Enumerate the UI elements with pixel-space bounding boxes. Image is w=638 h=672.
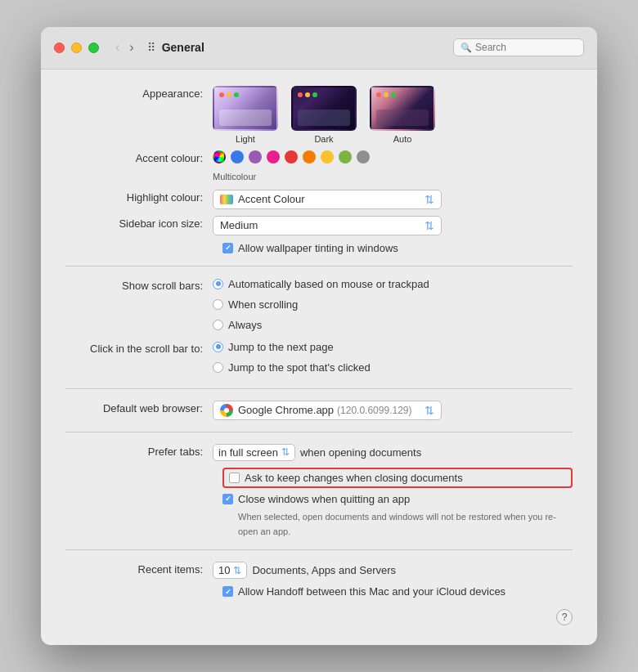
- accent-colour-label: Accent colour:: [65, 150, 213, 164]
- appearance-dark-thumb[interactable]: [291, 86, 357, 131]
- default-browser-select[interactable]: Google Chrome.app (120.0.6099.129) ⇅: [213, 401, 442, 420]
- accent-color-list: [213, 150, 370, 164]
- default-browser-label: Default web browser:: [65, 401, 213, 414]
- show-scroll-bars-options: Automatically based on mouse or trackpad…: [213, 278, 573, 334]
- default-browser-content: Google Chrome.app (120.0.6099.129) ⇅: [213, 401, 573, 420]
- scroll-always-label: Always: [228, 319, 262, 331]
- appearance-label: Appearance:: [65, 86, 213, 100]
- recent-items-label: Recent items:: [65, 562, 213, 576]
- wallpaper-tinting-row: Allow wallpaper tinting in windows: [222, 242, 573, 254]
- sidebar-icon-size-label: Sidebar icon size:: [65, 216, 213, 230]
- highlight-colour-select[interactable]: Accent Colour ⇅: [213, 190, 442, 209]
- ask-keep-changes-section: Ask to keep changes when closing documen…: [222, 468, 573, 488]
- scroll-auto-radio[interactable]: [213, 279, 223, 289]
- grid-icon: ⠿: [147, 41, 155, 54]
- ask-keep-changes-label: Ask to keep changes when closing documen…: [245, 472, 463, 484]
- prefer-tabs-suffix: when opening documents: [300, 446, 421, 459]
- highlight-colour-row: Highlight colour: Accent Colour ⇅: [65, 190, 573, 209]
- scroll-scrolling-radio[interactable]: [213, 299, 223, 310]
- prefer-tabs-row: Prefer tabs: in full screen ⇅ when openi…: [65, 444, 573, 461]
- show-scroll-bars-label: Show scroll bars:: [65, 278, 213, 292]
- close-button[interactable]: [54, 43, 65, 53]
- click-spot-radio[interactable]: [213, 362, 223, 373]
- accent-yellow[interactable]: [321, 150, 334, 164]
- appearance-dark-label: Dark: [314, 134, 333, 144]
- accent-graphite[interactable]: [357, 150, 370, 164]
- appearance-light[interactable]: Light: [213, 86, 278, 144]
- recent-items-row: Recent items: 10 ⇅ Documents, Apps and S…: [65, 562, 573, 579]
- prefer-tabs-label: Prefer tabs:: [65, 444, 213, 458]
- click-scroll-bar-row: Click in the scroll bar to: Jump to the …: [65, 341, 573, 377]
- appearance-light-label: Light: [236, 134, 255, 144]
- handoff-checkbox[interactable]: [222, 586, 233, 597]
- appearance-dark[interactable]: Dark: [291, 86, 357, 144]
- handoff-section: Allow Handoff between this Mac and your …: [222, 585, 573, 598]
- click-spot-row: Jump to the spot that's clicked: [213, 361, 371, 374]
- scroll-auto-row: Automatically based on mouse or trackpad: [213, 278, 429, 290]
- minimize-button[interactable]: [71, 43, 82, 53]
- accent-green[interactable]: [339, 150, 352, 164]
- prefer-tabs-arrow: ⇅: [281, 446, 290, 458]
- recent-items-select[interactable]: 10 ⇅: [213, 562, 247, 579]
- divider-3: [65, 432, 573, 432]
- recent-items-suffix: Documents, Apps and Servers: [252, 564, 396, 576]
- content-area: Appearance: Light: [41, 69, 597, 646]
- colour-swatch-icon: [220, 195, 233, 204]
- traffic-lights: [54, 43, 99, 53]
- highlight-colour-arrow: ⇅: [425, 193, 434, 206]
- default-browser-value: Google Chrome.app: [238, 404, 334, 416]
- sidebar-icon-size-arrow: ⇅: [425, 219, 434, 232]
- appearance-auto[interactable]: Auto: [370, 86, 435, 144]
- back-button[interactable]: ‹: [112, 38, 123, 56]
- appearance-options: Light Dark: [213, 86, 573, 144]
- click-next-page-radio[interactable]: [213, 342, 223, 352]
- help-button[interactable]: ?: [556, 609, 573, 625]
- accent-blue[interactable]: [231, 150, 244, 164]
- close-windows-label: Close windows when quitting an app: [238, 493, 410, 505]
- divider-2: [65, 388, 573, 389]
- ask-keep-changes-checkbox[interactable]: [229, 473, 240, 483]
- appearance-auto-label: Auto: [393, 134, 412, 144]
- close-windows-section: Close windows when quitting an app When …: [222, 493, 573, 539]
- wallpaper-tinting-checkbox[interactable]: [222, 243, 233, 253]
- sidebar-icon-size-row: Sidebar icon size: Medium ⇅: [65, 216, 573, 235]
- accent-purple[interactable]: [249, 150, 262, 164]
- click-scroll-bar-options: Jump to the next page Jump to the spot t…: [213, 341, 573, 377]
- nav-arrows: ‹ ›: [112, 38, 137, 56]
- appearance-auto-thumb[interactable]: [370, 86, 435, 131]
- bottom-row: ?: [65, 601, 573, 629]
- maximize-button[interactable]: [88, 43, 99, 53]
- scroll-scrolling-label: When scrolling: [228, 298, 298, 311]
- scroll-always-row: Always: [213, 319, 262, 331]
- wallpaper-tinting-label: Allow wallpaper tinting in windows: [238, 242, 398, 254]
- search-input[interactable]: [475, 42, 577, 53]
- close-windows-row: Close windows when quitting an app: [222, 493, 573, 505]
- search-box[interactable]: 🔍: [453, 38, 584, 56]
- handoff-row: Allow Handoff between this Mac and your …: [222, 585, 573, 598]
- close-windows-checkbox[interactable]: [222, 494, 233, 504]
- scroll-always-radio[interactable]: [213, 320, 223, 330]
- recent-items-value: 10: [218, 564, 230, 576]
- sidebar-icon-size-value: Medium: [220, 219, 258, 231]
- accent-selected-label: Multicolour: [213, 172, 256, 181]
- scroll-auto-label: Automatically based on mouse or trackpad: [228, 278, 429, 290]
- click-next-page-row: Jump to the next page: [213, 341, 334, 353]
- sidebar-icon-size-select[interactable]: Medium ⇅: [213, 216, 442, 235]
- divider-4: [65, 549, 573, 550]
- ask-keep-changes-highlighted: Ask to keep changes when closing documen…: [222, 468, 573, 488]
- search-icon: 🔍: [461, 43, 472, 53]
- show-scroll-bars-row: Show scroll bars: Automatically based on…: [65, 278, 573, 334]
- forward-button[interactable]: ›: [126, 38, 137, 56]
- default-browser-arrow: ⇅: [425, 404, 434, 417]
- accent-multicolor[interactable]: [213, 150, 226, 164]
- accent-orange[interactable]: [303, 150, 316, 164]
- scroll-scrolling-row: When scrolling: [213, 298, 298, 311]
- close-windows-subtext: When selected, open documents and window…: [238, 508, 573, 539]
- highlight-colour-label: Highlight colour:: [65, 190, 213, 204]
- accent-red[interactable]: [285, 150, 298, 164]
- accent-pink[interactable]: [267, 150, 280, 164]
- prefer-tabs-select[interactable]: in full screen ⇅: [213, 444, 295, 461]
- click-scroll-bar-label: Click in the scroll bar to:: [65, 341, 213, 355]
- highlight-colour-value: Accent Colour: [238, 193, 305, 205]
- appearance-light-thumb[interactable]: [213, 86, 278, 131]
